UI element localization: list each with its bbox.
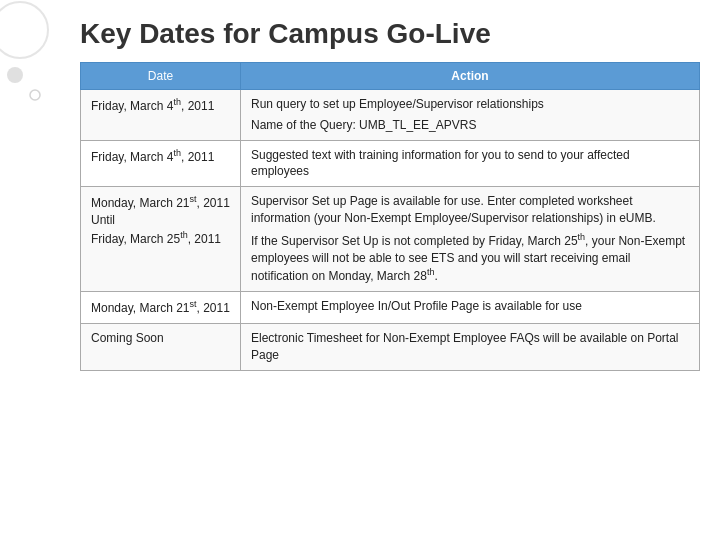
svg-point-2 — [30, 90, 40, 100]
date-sub-until: Until — [91, 212, 230, 229]
action-cell: Suggested text with training information… — [241, 140, 700, 187]
action-cell: Non-Exempt Employee In/Out Profile Page … — [241, 292, 700, 324]
date-column-header: Date — [81, 63, 241, 90]
table-row: Monday, March 21st, 2011 Until Friday, M… — [81, 187, 700, 292]
date-cell: Monday, March 21st, 2011 — [81, 292, 241, 324]
action-cell: Electronic Timesheet for Non-Exempt Empl… — [241, 323, 700, 370]
page-title: Key Dates for Campus Go-Live — [0, 0, 720, 62]
date-cell: Friday, March 4th, 2011 — [81, 140, 241, 187]
action-cell: Supervisor Set up Page is available for … — [241, 187, 700, 292]
table-row: Monday, March 21st, 2011 Non-Exempt Empl… — [81, 292, 700, 324]
table-row: Coming Soon Electronic Timesheet for Non… — [81, 323, 700, 370]
table-row: Friday, March 4th, 2011 Run query to set… — [81, 90, 700, 141]
key-dates-table: Date Action Friday, March 4th, 2011 Run … — [80, 62, 700, 371]
date-cell: Friday, March 4th, 2011 — [81, 90, 241, 141]
date-sub-end: Friday, March 25th, 2011 — [91, 229, 230, 248]
table-container: Date Action Friday, March 4th, 2011 Run … — [80, 62, 700, 371]
table-row: Friday, March 4th, 2011 Suggested text w… — [81, 140, 700, 187]
action-cell: Run query to set up Employee/Supervisor … — [241, 90, 700, 141]
date-cell: Coming Soon — [81, 323, 241, 370]
svg-point-1 — [7, 67, 23, 83]
table-header-row: Date Action — [81, 63, 700, 90]
svg-point-0 — [0, 2, 48, 58]
action-column-header: Action — [241, 63, 700, 90]
action-sub-line: Name of the Query: UMB_TL_EE_APVRS — [251, 117, 689, 134]
action-sub-line: If the Supervisor Set Up is not complete… — [251, 231, 689, 285]
date-cell: Monday, March 21st, 2011 Until Friday, M… — [81, 187, 241, 292]
